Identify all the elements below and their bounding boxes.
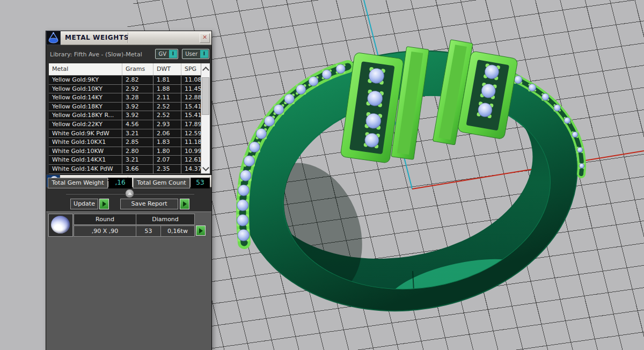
- gem-list-section: Round Diamond ,90 X ,90 53 0,16tw: [46, 212, 211, 350]
- table-row[interactable]: Yellow Gold:22KY 4.56 2.93 17.89: [49, 120, 210, 129]
- slider-arrow-icon: [128, 192, 132, 195]
- table-row[interactable]: White Gold:14KX1 3.21 2.07 12.61: [49, 156, 210, 165]
- update-play-button[interactable]: [99, 199, 109, 209]
- table-row[interactable]: White Gold:14K PdW 3.66 2.35 14.37: [49, 165, 210, 174]
- round-gem-image: [51, 216, 70, 234]
- metal-weights-window: METAL WEIGHTS ✕ Library: Fifth Ave - (Sl…: [46, 31, 212, 176]
- table-row[interactable]: White Gold:10KX1 2.85 1.83 11.18: [49, 138, 210, 147]
- table-row[interactable]: Yellow Gold:18KY 3.92 2.52 15.41: [49, 103, 210, 112]
- chevron-down-icon[interactable]: [202, 164, 209, 171]
- gem-shape-header: Round: [74, 214, 136, 225]
- close-icon[interactable]: ✕: [200, 33, 210, 43]
- column-header-metal: Metal: [49, 63, 122, 75]
- play-icon: [183, 201, 187, 207]
- gv-toggle-state[interactable]: I: [169, 50, 177, 58]
- play-icon: [199, 228, 203, 234]
- total-gem-count-value: 53: [191, 178, 210, 188]
- balance-scale-icon: [46, 31, 61, 45]
- table-row[interactable]: White Gold:9K PdW 3.21 2.06 12.59: [49, 129, 210, 138]
- chevron-up-icon[interactable]: [202, 67, 209, 74]
- gv-toggle-button[interactable]: GV I: [155, 49, 178, 59]
- application-window: METAL WEIGHTS ✕ Library: Fifth Ave - (Sl…: [0, 0, 644, 350]
- table-row[interactable]: Yellow Gold:10KY 2.92 1.88 11.45: [49, 85, 210, 94]
- gem-size-cell: ,90 X ,90: [74, 225, 136, 237]
- column-header-grams: Grams: [122, 63, 153, 75]
- play-icon: [103, 201, 106, 207]
- metal-table-header: Metal Grams DWT SPG: [49, 63, 210, 76]
- table-row[interactable]: Yellow Gold:18KY R... 3.92 2.52 15.41: [49, 111, 210, 120]
- gem-thumbnail[interactable]: [48, 214, 73, 237]
- table-scrollbar[interactable]: [201, 63, 210, 173]
- metal-table: Metal Grams DWT SPG Yellow Gold:9KY 2.82…: [49, 63, 210, 173]
- gem-count-cell: 53: [136, 225, 161, 237]
- update-button[interactable]: Update: [70, 199, 98, 209]
- user-toggle-button[interactable]: User I: [182, 49, 209, 59]
- total-gem-weight-label: Total Gem Weight: [48, 178, 108, 188]
- table-row[interactable]: White Gold:10KW 2.80 1.80 10.99: [49, 147, 210, 156]
- library-row: Library: Fifth Ave - (Slow)-Metal GV I U…: [46, 45, 211, 63]
- ring-model[interactable]: [222, 27, 596, 335]
- gem-weight-cell: 0,16tw: [160, 225, 195, 237]
- gem-reporter-window: GEM REPORTER ✕ Total Gem Weight ,16 Tota…: [46, 174, 212, 350]
- gem-row-play-button[interactable]: [196, 225, 206, 236]
- scrollbar-thumb[interactable]: [202, 77, 209, 115]
- user-toggle-state[interactable]: I: [200, 50, 208, 58]
- detail-slider-handle[interactable]: [125, 189, 134, 198]
- column-header-spg: SPG: [181, 63, 201, 75]
- library-label: Library: Fifth Ave - (Slow)-Metal: [50, 51, 142, 58]
- save-report-play-button[interactable]: [180, 199, 189, 209]
- titlebar-divider: [128, 33, 129, 43]
- gem-type-header: Diamond: [136, 214, 195, 225]
- save-report-button[interactable]: Save Report: [120, 199, 178, 209]
- metal-weights-titlebar[interactable]: METAL WEIGHTS ✕: [46, 31, 211, 45]
- total-gem-count-label: Total Gem Count: [133, 178, 190, 188]
- column-header-dwt: DWT: [153, 63, 181, 75]
- total-gem-weight-value: ,16: [108, 178, 132, 188]
- window-title: METAL WEIGHTS: [65, 34, 129, 41]
- table-row[interactable]: Yellow Gold:9KY 2.82 1.81 11.08: [49, 76, 210, 85]
- table-row[interactable]: Yellow Gold:14KY 3.28 2.11 12.88: [49, 93, 210, 103]
